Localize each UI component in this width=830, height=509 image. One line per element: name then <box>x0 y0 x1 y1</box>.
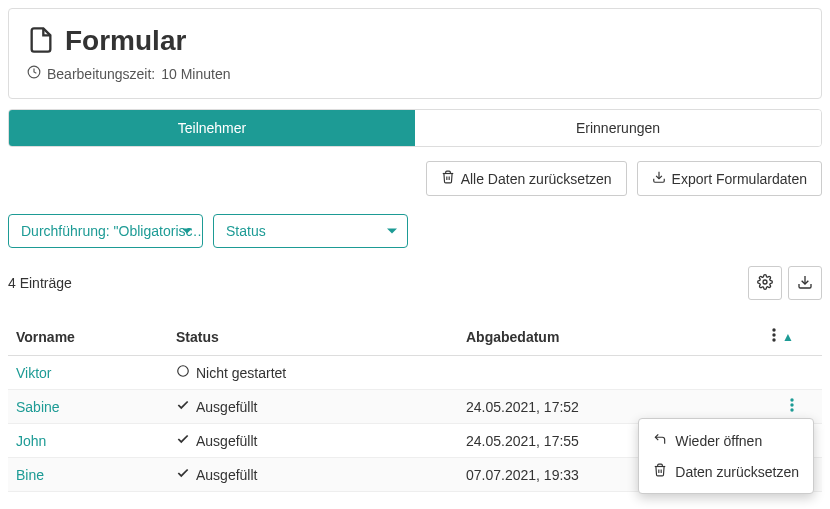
status-label: Nicht gestartet <box>196 365 286 381</box>
reopen-label: Wieder öffnen <box>675 433 762 449</box>
status-label: Ausgefüllt <box>196 467 257 483</box>
row-actions-menu: Wieder öffnen Daten zurücksetzen <box>638 418 814 494</box>
status-label: Ausgefüllt <box>196 433 257 449</box>
svg-point-4 <box>772 328 775 331</box>
participant-name-link[interactable]: Viktor <box>16 365 52 381</box>
reset-label: Daten zurücksetzen <box>675 464 799 480</box>
trash-icon <box>441 170 455 187</box>
gear-icon <box>757 274 773 293</box>
reopen-item[interactable]: Wieder öffnen <box>639 425 813 456</box>
svg-point-9 <box>790 403 793 406</box>
entry-count: 4 Einträge <box>8 275 72 291</box>
check-icon <box>176 466 190 483</box>
export-button[interactable]: Export Formulardaten <box>637 161 822 196</box>
execution-filter[interactable]: Durchführung: "Obligatorisc… <box>8 214 203 248</box>
col-status[interactable]: Status <box>168 318 458 356</box>
tab-reminders[interactable]: Erinnerungen <box>415 110 821 146</box>
execution-filter-label: Durchführung: <box>21 223 110 239</box>
subtitle-prefix: Bearbeitungszeit: <box>47 66 155 82</box>
page-title: Formular <box>65 25 186 57</box>
svg-point-10 <box>790 408 793 411</box>
reset-all-button[interactable]: Alle Daten zurücksetzen <box>426 161 627 196</box>
participant-name-link[interactable]: Sabine <box>16 399 60 415</box>
submit-date: 24.05.2021, 17:55 <box>466 433 579 449</box>
download-table-button[interactable] <box>788 266 822 300</box>
header-card: Formular Bearbeitungszeit: 10 Minuten <box>8 8 822 99</box>
more-icon <box>772 328 776 345</box>
execution-filter-value: "Obligatorisc… <box>114 223 203 239</box>
col-submitted[interactable]: Abgabedatum <box>458 318 742 356</box>
download-icon <box>652 170 666 187</box>
settings-button[interactable] <box>748 266 782 300</box>
reset-item[interactable]: Daten zurücksetzen <box>639 456 813 487</box>
status-filter[interactable]: Status <box>213 214 408 248</box>
svg-point-7 <box>178 366 189 377</box>
check-icon <box>176 432 190 449</box>
status-label: Ausgefüllt <box>196 399 257 415</box>
download-icon <box>797 274 813 293</box>
circle-icon <box>176 364 190 381</box>
clock-icon <box>27 65 41 82</box>
trash-icon <box>653 463 667 480</box>
tab-participants[interactable]: Teilnehmer <box>9 110 415 146</box>
col-actions[interactable]: ▲ <box>742 318 822 356</box>
export-label: Export Formulardaten <box>672 171 807 187</box>
table-row: ViktorNicht gestartet <box>8 356 822 390</box>
filter-row: Durchführung: "Obligatorisc… Status <box>8 214 822 248</box>
form-icon <box>27 26 55 57</box>
count-row: 4 Einträge <box>8 266 822 300</box>
participant-name-link[interactable]: John <box>16 433 46 449</box>
svg-point-2 <box>763 280 767 284</box>
subtitle-value: 10 Minuten <box>161 66 230 82</box>
undo-icon <box>653 432 667 449</box>
participant-name-link[interactable]: Bine <box>16 467 44 483</box>
row-actions-button[interactable] <box>790 398 794 412</box>
submit-date: 07.07.2021, 19:33 <box>466 467 579 483</box>
col-firstname[interactable]: Vorname <box>8 318 168 356</box>
sort-asc-icon: ▲ <box>782 330 794 344</box>
action-row: Alle Daten zurücksetzen Export Formulard… <box>8 161 822 196</box>
submit-date: 24.05.2021, 17:52 <box>466 399 579 415</box>
tabs: Teilnehmer Erinnerungen <box>8 109 822 147</box>
reset-all-label: Alle Daten zurücksetzen <box>461 171 612 187</box>
status-filter-label: Status <box>226 223 266 239</box>
check-icon <box>176 398 190 415</box>
svg-point-8 <box>790 398 793 401</box>
svg-point-5 <box>772 333 775 336</box>
svg-point-6 <box>772 338 775 341</box>
